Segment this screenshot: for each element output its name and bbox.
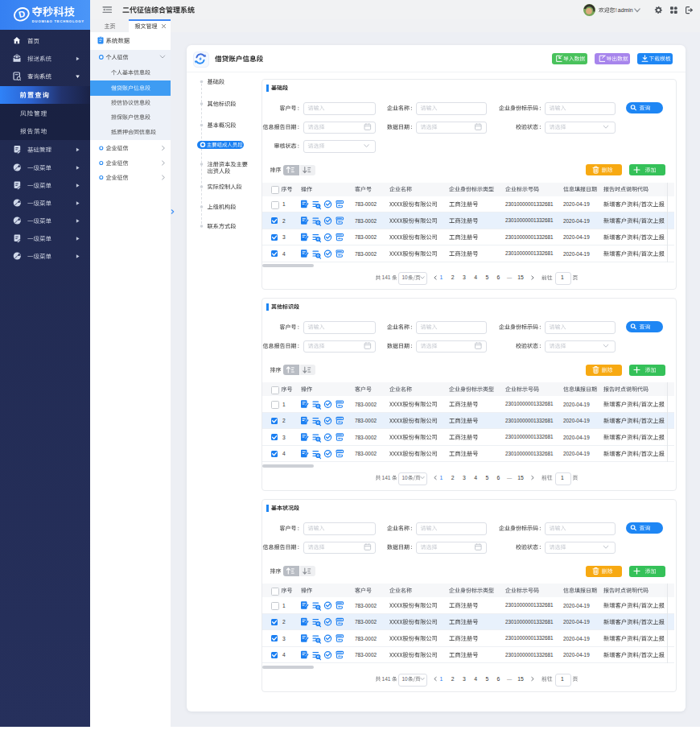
svg-text:3: 3 [463, 475, 466, 480]
svg-text:783-0002: 783-0002 [355, 201, 377, 207]
svg-text:783-0002: 783-0002 [355, 218, 377, 224]
svg-text:D: D [18, 9, 27, 20]
svg-text:2: 2 [451, 475, 455, 480]
svg-text:783-0002: 783-0002 [355, 652, 377, 658]
svg-text:2020-04-19: 2020-04-19 [563, 218, 590, 224]
svg-text:2020-04-19: 2020-04-19 [563, 201, 590, 207]
svg-text:783-0002: 783-0002 [355, 636, 377, 641]
svg-text:10: 10 [402, 475, 409, 480]
svg-text:5: 5 [485, 274, 488, 280]
svg-text:23010000001332681: 23010000001332681 [505, 652, 554, 658]
svg-text:1: 1 [440, 274, 443, 280]
svg-text:783-0002: 783-0002 [355, 619, 377, 625]
svg-text:5: 5 [485, 475, 488, 480]
svg-text:5: 5 [485, 676, 488, 682]
svg-text:23010000001332681: 23010000001332681 [505, 401, 554, 406]
svg-text:783-0002: 783-0002 [355, 251, 377, 257]
svg-text:2: 2 [451, 676, 455, 682]
svg-text:3: 3 [463, 676, 466, 682]
svg-text:2020-04-19: 2020-04-19 [563, 636, 590, 641]
svg-text:15: 15 [517, 475, 524, 480]
svg-text:141: 141 [382, 475, 391, 480]
svg-text:—: — [507, 676, 513, 682]
svg-text:2: 2 [282, 218, 286, 224]
svg-text:admin: admin [618, 7, 633, 13]
svg-text:4: 4 [474, 274, 477, 280]
svg-text:3: 3 [463, 274, 466, 280]
svg-text:141: 141 [382, 274, 391, 280]
svg-text:4: 4 [282, 652, 286, 658]
svg-text:141: 141 [382, 676, 391, 682]
svg-text:2020-04-19: 2020-04-19 [563, 435, 590, 440]
svg-text:23010000001332681: 23010000001332681 [505, 451, 554, 456]
svg-text:1: 1 [440, 475, 443, 480]
svg-text:2020-04-19: 2020-04-19 [563, 402, 590, 407]
svg-text:15: 15 [517, 676, 524, 682]
svg-text:23010000001332681: 23010000001332681 [505, 234, 554, 240]
svg-text:2020-04-19: 2020-04-19 [563, 234, 590, 240]
svg-text:23010000001332681: 23010000001332681 [505, 602, 554, 608]
svg-text:2020-04-19: 2020-04-19 [563, 451, 590, 456]
svg-text:1: 1 [561, 676, 564, 682]
svg-text:6: 6 [497, 274, 500, 280]
svg-text:23010000001332681: 23010000001332681 [505, 619, 554, 625]
svg-text:15: 15 [517, 274, 524, 280]
svg-text:2020-04-19: 2020-04-19 [563, 603, 590, 608]
svg-text:783-0002: 783-0002 [355, 234, 377, 240]
svg-text:783-0002: 783-0002 [355, 418, 377, 423]
svg-text:2020-04-19: 2020-04-19 [563, 619, 590, 625]
svg-text:2: 2 [282, 619, 286, 625]
svg-text:23010000001332681: 23010000001332681 [505, 434, 554, 439]
svg-text:3: 3 [282, 435, 286, 440]
svg-text:783-0002: 783-0002 [355, 603, 377, 608]
svg-text:1: 1 [282, 402, 286, 407]
svg-text:4: 4 [474, 475, 477, 480]
svg-text:10: 10 [402, 274, 409, 280]
svg-text:—: — [507, 274, 513, 280]
svg-text:783-0002: 783-0002 [355, 402, 377, 407]
svg-text:4: 4 [282, 251, 286, 257]
svg-text:1: 1 [440, 676, 443, 682]
svg-text:6: 6 [497, 475, 500, 480]
svg-text:2: 2 [451, 274, 455, 280]
svg-text:783-0002: 783-0002 [355, 435, 377, 440]
svg-text:2020-04-19: 2020-04-19 [563, 418, 590, 423]
svg-text:23010000001332681: 23010000001332681 [505, 418, 554, 423]
svg-text:23010000001332681: 23010000001332681 [505, 201, 554, 207]
svg-text:3: 3 [282, 636, 286, 641]
svg-text:!: ! [616, 7, 617, 13]
svg-text:1: 1 [282, 603, 286, 608]
svg-text:23010000001332681: 23010000001332681 [505, 250, 554, 256]
svg-text:—: — [507, 475, 513, 480]
svg-text:23010000001332681: 23010000001332681 [505, 217, 554, 223]
svg-text:3: 3 [282, 234, 286, 240]
svg-text:1: 1 [561, 274, 564, 280]
svg-text:DUOMIAO TECHNOLOGY: DUOMIAO TECHNOLOGY [32, 19, 84, 23]
svg-text:2: 2 [282, 418, 286, 423]
svg-text:2020-04-19: 2020-04-19 [563, 652, 590, 658]
svg-text:4: 4 [282, 451, 286, 456]
svg-text:1: 1 [282, 201, 286, 207]
svg-text:10: 10 [402, 676, 409, 682]
svg-text:6: 6 [497, 676, 500, 682]
svg-text:1: 1 [561, 475, 564, 480]
svg-text:2020-04-19: 2020-04-19 [563, 251, 590, 257]
svg-text:4: 4 [474, 676, 477, 682]
svg-text:23010000001332681: 23010000001332681 [505, 635, 554, 641]
svg-text:783-0002: 783-0002 [355, 451, 377, 456]
